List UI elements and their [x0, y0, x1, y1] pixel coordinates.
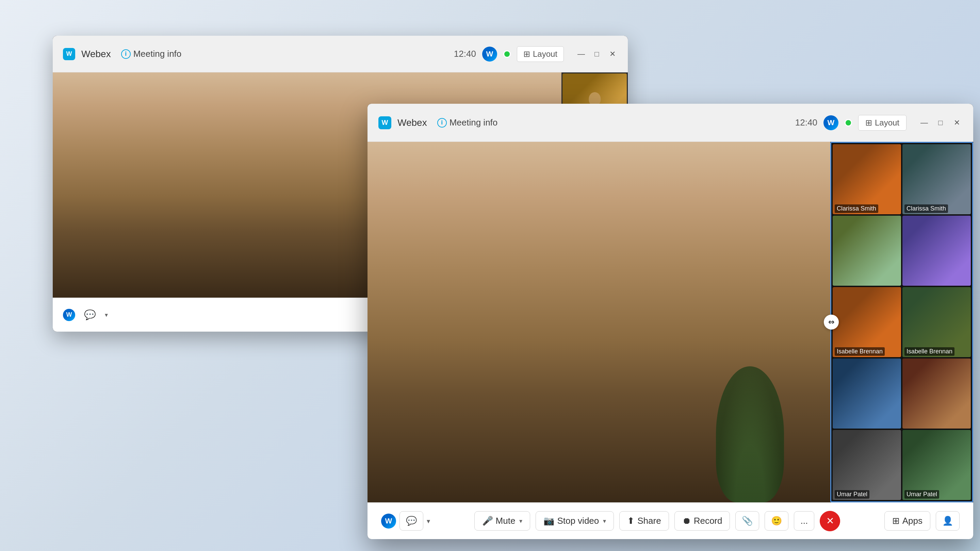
meeting-info-label-small: Meeting info [134, 49, 182, 59]
close-btn-large[interactable]: ✕ [951, 118, 962, 128]
large-toolbar: W 💬 ▾ 🎤 Mute ▾ 📷 Stop video ▾ ⬆ Share ⏺ … [368, 502, 973, 539]
webex-logo-small: W [63, 48, 75, 60]
layout-grid-icon-large: ⊞ [865, 118, 872, 127]
maximize-btn-large[interactable]: □ [935, 118, 946, 128]
share-icon-large: ⬆ [627, 516, 635, 526]
time-display-large: 12:40 [795, 118, 817, 128]
layout-btn-large[interactable]: ⊞ Layout [858, 115, 907, 130]
layout-grid-icon-small: ⊞ [523, 49, 530, 59]
grid-thumb-label-6: Isabelle Brennan [904, 347, 955, 356]
resize-handle[interactable]: ⇔ [824, 314, 839, 330]
large-main-video [368, 142, 830, 502]
grid-thumb-label-2: Clarissa Smith [904, 205, 948, 213]
grid-thumb-label-1: Clarissa Smith [835, 205, 878, 213]
toolbar-webex-icon-large: W [381, 514, 396, 529]
grid-thumb-10[interactable]: Umar Patel [902, 430, 971, 500]
stop-video-btn-large[interactable]: 📷 Stop video ▾ [536, 511, 614, 530]
emoji-icon: 🙂 [771, 516, 782, 526]
participants-btn[interactable]: 👤 [936, 511, 959, 530]
small-titlebar: W Webex i Meeting info 12:40 W ⊞ Layout … [53, 36, 628, 73]
mute-caret-large[interactable]: ▾ [519, 517, 522, 525]
grid-thumb-8[interactable] [902, 359, 971, 429]
win-controls-small: — □ ✕ [576, 49, 617, 59]
chat-caret-large[interactable]: ▾ [427, 517, 430, 525]
mute-label-large: Mute [496, 516, 515, 526]
mute-btn-large[interactable]: 🎤 Mute ▾ [474, 511, 530, 530]
toolbar-webex-icon-small: W [63, 309, 75, 321]
toolbar-right: ⊞ Apps 👤 [885, 511, 959, 530]
end-call-icon: ✕ [826, 515, 834, 527]
grid-thumb-7[interactable] [833, 359, 901, 429]
grid-thumb-label-9: Umar Patel [835, 490, 869, 499]
chat-btn-small[interactable]: 💬 [79, 306, 101, 324]
grid-thumb-4[interactable] [902, 216, 971, 286]
bg-plant [716, 366, 784, 502]
time-display-small: 12:40 [454, 49, 476, 59]
layout-btn-small[interactable]: ⊞ Layout [517, 46, 564, 62]
time-area-large: 12:40 W ⊞ Layout — □ ✕ [795, 115, 962, 130]
info-icon-small: i [121, 49, 130, 59]
meeting-info-btn-large[interactable]: i Meeting info [433, 115, 502, 130]
minimize-btn-small[interactable]: — [576, 49, 586, 59]
grid-thumb-6[interactable]: Isabelle Brennan [902, 287, 971, 357]
layout-label-large: Layout [875, 118, 899, 127]
record-icon-large: ⏺ [682, 516, 691, 526]
chat-caret-small[interactable]: ▾ [105, 311, 108, 319]
apps-btn[interactable]: ⊞ Apps [885, 511, 930, 530]
minimize-btn-large[interactable]: — [919, 118, 930, 128]
participant-grid: Clarissa Smith Clarissa Smith Isabelle B… [830, 142, 973, 502]
grid-thumb-2[interactable]: Clarissa Smith [902, 144, 971, 214]
large-content: Clarissa Smith Clarissa Smith Isabelle B… [368, 142, 973, 502]
large-titlebar: W Webex i Meeting info 12:40 W ⊞ Layout … [368, 104, 973, 142]
webex-circle-large: W [824, 115, 838, 130]
grid-thumb-9[interactable]: Umar Patel [833, 430, 901, 500]
toolbar-left: W 💬 ▾ [381, 511, 430, 530]
end-call-btn[interactable]: ✕ [820, 511, 840, 531]
grid-thumb-5[interactable]: Isabelle Brennan [833, 287, 901, 357]
time-area-small: 12:40 W ⊞ Layout — □ ✕ [454, 46, 617, 62]
participants-icon: 👤 [942, 516, 953, 526]
grid-thumb-3[interactable] [833, 216, 901, 286]
record-label-large: Record [694, 516, 722, 526]
apps-icon: ⊞ [892, 516, 900, 526]
mute-icon-large: 🎤 [482, 516, 493, 526]
share-btn-large[interactable]: ⬆ Share [619, 511, 669, 530]
chat-btn-large[interactable]: 💬 [399, 511, 423, 530]
green-dot-large [845, 119, 852, 127]
share-label-large: Share [637, 516, 661, 526]
video-icon-large: 📷 [543, 516, 554, 526]
record-btn-large[interactable]: ⏺ Record [675, 511, 730, 530]
maximize-btn-small[interactable]: □ [592, 49, 602, 59]
more-btn[interactable]: ... [794, 511, 814, 530]
stop-video-label-large: Stop video [557, 516, 599, 526]
grid-thumb-1[interactable]: Clarissa Smith [833, 144, 901, 214]
info-icon-large: i [437, 118, 447, 127]
more-label: ... [800, 516, 808, 526]
webex-circle-small: W [482, 47, 497, 62]
grid-thumb-label-5: Isabelle Brennan [835, 347, 885, 356]
video-caret-large[interactable]: ▾ [603, 517, 606, 525]
webex-label-large: Webex [398, 118, 427, 128]
attachment-btn[interactable]: 📎 [735, 511, 759, 530]
webex-logo-large: W [379, 116, 391, 129]
large-window: W Webex i Meeting info 12:40 W ⊞ Layout … [368, 104, 973, 539]
webex-label-small: Webex [81, 49, 111, 60]
attachment-icon: 📎 [742, 516, 753, 526]
close-btn-small[interactable]: ✕ [608, 49, 617, 59]
layout-label-small: Layout [533, 49, 557, 59]
meeting-info-btn-small[interactable]: i Meeting info [117, 47, 186, 61]
toolbar-center: 🎤 Mute ▾ 📷 Stop video ▾ ⬆ Share ⏺ Record… [474, 511, 840, 531]
apps-label: Apps [902, 516, 923, 526]
meeting-info-label-large: Meeting info [450, 118, 498, 128]
grid-thumb-label-10: Umar Patel [904, 490, 939, 499]
emoji-btn[interactable]: 🙂 [765, 511, 788, 530]
green-dot-small [503, 50, 511, 58]
win-controls-large: — □ ✕ [919, 118, 962, 128]
